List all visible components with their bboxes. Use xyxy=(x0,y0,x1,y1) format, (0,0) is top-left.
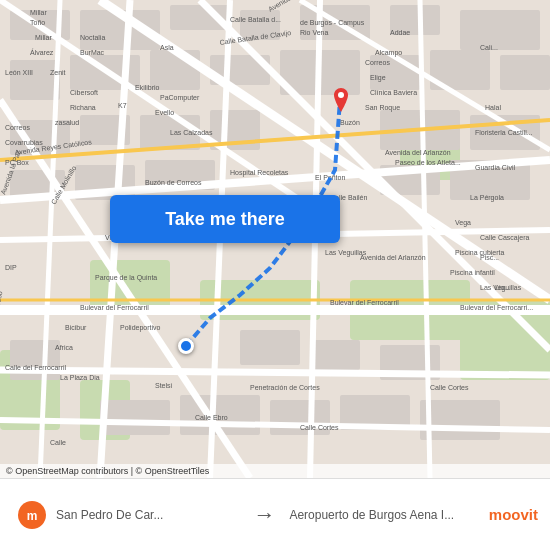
svg-text:El Poñton: El Poñton xyxy=(315,174,345,181)
origin-label: San Pedro De Car... xyxy=(56,508,239,522)
svg-text:Calle del Ferrocarril: Calle del Ferrocarril xyxy=(5,364,67,371)
app: Avenida Reyes Católicos Calle Batalla de… xyxy=(0,0,550,550)
take-me-there-button[interactable]: Take me there xyxy=(110,195,340,243)
svg-text:Addae: Addae xyxy=(390,29,410,36)
svg-text:Avenida del Arlanzón: Avenida del Arlanzón xyxy=(385,149,451,156)
svg-text:Hospital Recoletas: Hospital Recoletas xyxy=(230,169,289,177)
svg-text:Calle: Calle xyxy=(50,439,66,446)
svg-text:Halal: Halal xyxy=(485,104,501,111)
svg-text:La Pérgola: La Pérgola xyxy=(470,194,504,202)
svg-text:Clínica Baviera: Clínica Baviera xyxy=(370,89,417,96)
svg-text:K7: K7 xyxy=(118,102,127,109)
svg-text:Calle Ebro: Calle Ebro xyxy=(195,414,228,421)
svg-text:Evello: Evello xyxy=(155,109,174,116)
svg-text:Las Veguillas: Las Veguillas xyxy=(325,249,367,257)
svg-text:Lio...: Lio... xyxy=(495,284,510,291)
svg-text:Correos: Correos xyxy=(365,59,390,66)
svg-text:BurMac: BurMac xyxy=(80,49,105,56)
svg-text:Parque de la Quinta: Parque de la Quinta xyxy=(95,274,157,282)
svg-text:Paseo de los Atleta...: Paseo de los Atleta... xyxy=(395,159,461,166)
svg-text:Covarrubias: Covarrubias xyxy=(5,139,43,146)
svg-text:Elige: Elige xyxy=(370,74,386,82)
svg-rect-34 xyxy=(10,340,60,380)
svg-text:Correos: Correos xyxy=(5,124,30,131)
svg-text:Guardia Civil: Guardia Civil xyxy=(475,164,516,171)
origin-text: San Pedro De Car... xyxy=(56,508,239,522)
svg-rect-42 xyxy=(420,400,500,440)
svg-text:Bulevar del Ferrocarri...: Bulevar del Ferrocarri... xyxy=(460,304,533,311)
svg-text:Asla: Asla xyxy=(160,44,174,51)
svg-text:Africa: Africa xyxy=(55,344,73,351)
destination-label: Aeropuerto de Burgos Aena I... xyxy=(289,508,472,522)
svg-text:Las Calzadas: Las Calzadas xyxy=(170,129,213,136)
svg-text:Alcampo: Alcampo xyxy=(375,49,402,57)
svg-text:Ekilibrio: Ekilibrio xyxy=(135,84,160,91)
svg-rect-38 xyxy=(100,400,170,435)
svg-rect-36 xyxy=(310,340,360,370)
osm-attribution: © OpenStreetMap contributors | © OpenStr… xyxy=(0,464,550,478)
route-arrow: → xyxy=(249,502,279,528)
svg-rect-15 xyxy=(10,60,60,100)
svg-text:Bicibur: Bicibur xyxy=(65,324,87,331)
bottom-bar: m San Pedro De Car... → Aeropuerto de Bu… xyxy=(0,478,550,550)
map-container: Avenida Reyes Católicos Calle Batalla de… xyxy=(0,0,550,478)
svg-rect-35 xyxy=(240,330,300,365)
moovit-text-logo: moovit xyxy=(489,506,538,523)
svg-text:Cali...: Cali... xyxy=(480,44,498,51)
svg-text:Cibersoft: Cibersoft xyxy=(70,89,98,96)
svg-rect-22 xyxy=(500,55,550,90)
svg-text:Bulevar del Ferrocarril: Bulevar del Ferrocarril xyxy=(330,299,399,306)
svg-text:León XIII: León XIII xyxy=(5,69,33,76)
svg-text:Pisc...: Pisc... xyxy=(480,254,499,261)
svg-text:Calle Batalla d...: Calle Batalla d... xyxy=(230,16,281,23)
svg-text:Penetración de Cortes: Penetración de Cortes xyxy=(250,384,320,391)
moovit-logo-label: moovit xyxy=(489,506,538,523)
svg-text:Buzón de Correos: Buzón de Correos xyxy=(145,179,202,186)
svg-text:Noctalia: Noctalia xyxy=(80,34,105,41)
svg-text:Millar: Millar xyxy=(30,9,47,16)
svg-text:Buzón: Buzón xyxy=(340,119,360,126)
svg-text:de Burgos - Campus: de Burgos - Campus xyxy=(300,19,365,27)
svg-text:Álvarez: Álvarez xyxy=(30,48,54,56)
svg-text:Polideportivo: Polideportivo xyxy=(120,324,161,332)
svg-text:Vega: Vega xyxy=(455,219,471,227)
svg-text:Stelsi: Stelsi xyxy=(155,382,173,389)
svg-text:Calle Cortes: Calle Cortes xyxy=(300,424,339,431)
svg-text:zasalud: zasalud xyxy=(55,119,79,126)
svg-text:Toño: Toño xyxy=(30,19,45,26)
svg-text:Avenida del Arlanzón: Avenida del Arlanzón xyxy=(360,254,426,261)
destination-pin xyxy=(332,88,350,112)
svg-text:San Roque: San Roque xyxy=(365,104,400,112)
svg-text:Richana: Richana xyxy=(70,104,96,111)
moovit-logo: m xyxy=(18,501,46,529)
svg-text:Calle Cortes: Calle Cortes xyxy=(430,384,469,391)
svg-text:DIP: DIP xyxy=(5,264,17,271)
svg-text:Piscina infantil: Piscina infantil xyxy=(450,269,495,276)
svg-text:Floristerla Castill...: Floristerla Castill... xyxy=(475,129,533,136)
svg-text:PC Box: PC Box xyxy=(5,159,29,166)
svg-point-135 xyxy=(338,92,344,98)
origin-dot xyxy=(178,338,194,354)
svg-text:Bulevar del Ferrocarril: Bulevar del Ferrocarril xyxy=(80,304,149,311)
svg-text:Millar: Millar xyxy=(35,34,52,41)
svg-rect-14 xyxy=(460,10,540,50)
svg-text:Calle Cascajera: Calle Cascajera xyxy=(480,234,530,242)
svg-text:m: m xyxy=(27,509,38,523)
destination-text: Aeropuerto de Burgos Aena I... xyxy=(289,508,472,522)
svg-text:Rio Vena: Rio Vena xyxy=(300,29,329,36)
svg-text:PaComputer: PaComputer xyxy=(160,94,200,102)
svg-text:La Plaza Dia: La Plaza Dia xyxy=(60,374,100,381)
svg-text:Zenit: Zenit xyxy=(50,69,66,76)
